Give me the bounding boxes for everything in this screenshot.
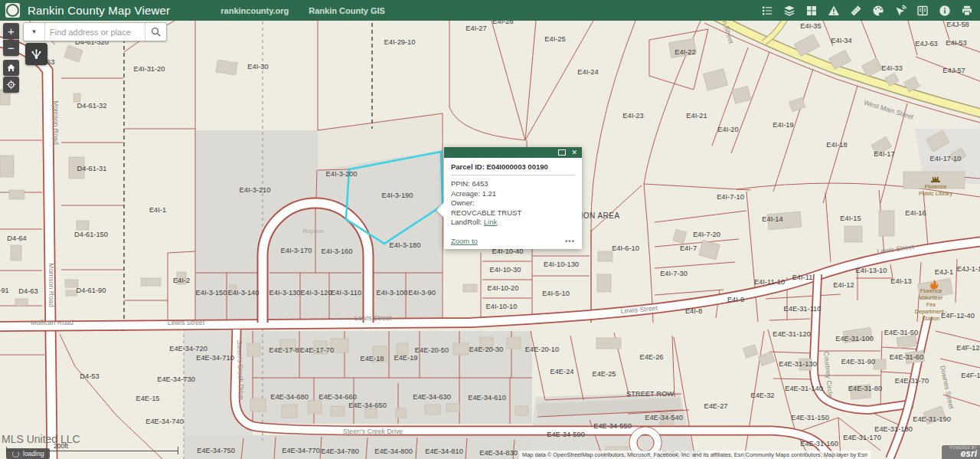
map-label: E4I-21 — [686, 112, 707, 120]
search-source-dropdown[interactable]: ▼ — [24, 23, 45, 41]
map-label: E4I-3-100 — [377, 289, 408, 297]
map-label: E4E-31-70 — [895, 377, 929, 385]
map-label: Public Library — [919, 190, 953, 197]
map-label: E4E-17-8 — [269, 346, 299, 354]
locate-button[interactable] — [3, 77, 19, 93]
info-icon[interactable] — [938, 4, 952, 18]
basemap-gallery-icon[interactable] — [805, 4, 818, 18]
print-icon[interactable] — [960, 4, 974, 18]
map-label: E4E-25 — [592, 370, 616, 378]
map-label: E4J-1-1 — [957, 265, 980, 273]
warning-icon[interactable] — [827, 4, 841, 18]
popup-more-menu[interactable]: ••• — [565, 237, 575, 245]
app-header: Rankin County Map Viewer rankincounty.or… — [0, 0, 980, 21]
map-label: E4E-34-550 — [593, 422, 632, 430]
map-label: E4E-31-80 — [848, 385, 882, 392]
map-label: E4I-2 — [173, 277, 190, 284]
map-label: E4I-13-10 — [856, 267, 887, 274]
map-label: E4E-31-170 — [843, 434, 881, 441]
map-label: E4I-13 — [890, 277, 911, 285]
map-label: E4I-10-10 — [486, 303, 518, 310]
map-label: E4I-29-10 — [384, 38, 416, 46]
location-share-icon[interactable] — [893, 4, 907, 18]
map-label: E4E-27 — [704, 402, 727, 410]
map-label: E4E-34-730 — [157, 375, 195, 383]
map-label: E4I-12 — [833, 281, 854, 289]
locate-icon — [6, 80, 16, 90]
map-label: E4I-22 — [675, 48, 695, 56]
home-button[interactable] — [3, 60, 19, 76]
search-input[interactable] — [45, 23, 145, 41]
legend-icon[interactable] — [760, 4, 774, 18]
map-label: Morrison Road — [47, 263, 55, 307]
map-label: ION AREA — [580, 211, 619, 220]
home-icon — [6, 63, 16, 73]
map-label: E4J-58 — [946, 21, 969, 28]
map-label: E4I-14 — [762, 215, 782, 223]
map-label: E4E-31-90 — [841, 358, 875, 366]
map-label: E4I-7 — [680, 244, 697, 252]
popup-landroll-row: LandRoll: Link — [451, 218, 575, 228]
map-label: E4E-34-630 — [413, 393, 451, 401]
map-label: E4I-18 — [826, 141, 847, 149]
panels-icon[interactable] — [916, 4, 929, 18]
map-label: Florence — [925, 183, 946, 190]
map-label: E4E-18 — [360, 355, 384, 362]
map-label: E4F-12- — [956, 344, 980, 352]
map-label: E4E-34-740 — [145, 418, 184, 425]
map-label: E4E-34-590 — [547, 431, 585, 438]
map-label: E4E-34-810 — [425, 448, 463, 455]
map-label: E4I-10-20 — [488, 284, 519, 292]
map-label: E4I-7-10 — [717, 193, 744, 201]
measure-icon[interactable] — [849, 4, 863, 18]
map-label: E4I-20 — [717, 126, 738, 133]
map-label: E4E-31-60 — [890, 353, 923, 361]
map-label: E4I-15 — [840, 215, 861, 222]
mls-watermark: MLS United LLC — [2, 433, 80, 445]
map-label: E4E-34-750 — [197, 447, 235, 454]
map-label: E4I-8 — [685, 307, 702, 315]
spinner-icon — [12, 451, 19, 457]
popup-close-icon[interactable]: ✕ — [571, 149, 577, 156]
zoom-out-button[interactable]: − — [3, 40, 19, 56]
sketch-tool-button[interactable] — [25, 43, 47, 65]
map-label: E4I-23 — [622, 112, 643, 120]
map-label: E4I-27 — [466, 25, 486, 32]
map-label: D4-61-90 — [77, 287, 106, 294]
loading-indicator: loading — [6, 448, 50, 459]
map-label: Morrison Road — [52, 100, 60, 145]
map-label: E4I-3-150 — [196, 289, 227, 297]
map-label: -91 — [0, 287, 9, 294]
map-label: E4I-17 — [874, 150, 894, 158]
map-label: E4I-10-130 — [544, 261, 579, 268]
map-label: E4E-34-830 — [479, 449, 518, 457]
landroll-link[interactable]: Link — [484, 218, 497, 226]
map-label: E4E-34-770 — [282, 447, 320, 454]
map-label: E4I-3-170 — [281, 247, 312, 254]
search-icon[interactable] — [145, 23, 166, 41]
map-label: E4E-34-780 — [321, 448, 359, 455]
map-label: E4I-33 — [881, 64, 902, 72]
map-label: E4I-11-10 — [754, 278, 785, 286]
zoom-to-link[interactable]: Zoom to — [451, 237, 478, 245]
map-label: E4J-1 — [935, 268, 953, 276]
map-label: E4E-34-800 — [374, 448, 413, 455]
popup-maximize-icon[interactable] — [558, 149, 566, 156]
sketch-icon — [30, 48, 43, 61]
link-rankin-county-gis[interactable]: Rankin County GIS — [309, 6, 385, 15]
map-label: E4E-26 — [639, 353, 663, 361]
link-rankincounty-org[interactable]: rankincounty.org — [220, 6, 289, 15]
map-label: E4I-31-20 — [134, 65, 165, 73]
map-label: E4I-24 — [577, 68, 598, 76]
map-label: E4I-10-30 — [490, 266, 521, 274]
layers-icon[interactable] — [782, 4, 796, 18]
zoom-in-button[interactable]: + — [3, 23, 19, 39]
draw-icon[interactable] — [871, 4, 885, 18]
esri-logo: POWERED BY esri — [942, 445, 980, 459]
map-label: E4I-53 — [946, 39, 966, 47]
map-label: E4I-35 — [800, 22, 821, 30]
map-label: E4I-25 — [544, 35, 565, 43]
map-label: E4E-31-160 — [800, 440, 838, 448]
map-label: E4I-3-180 — [390, 241, 421, 249]
map-label: E4I-3-140 — [228, 289, 260, 297]
